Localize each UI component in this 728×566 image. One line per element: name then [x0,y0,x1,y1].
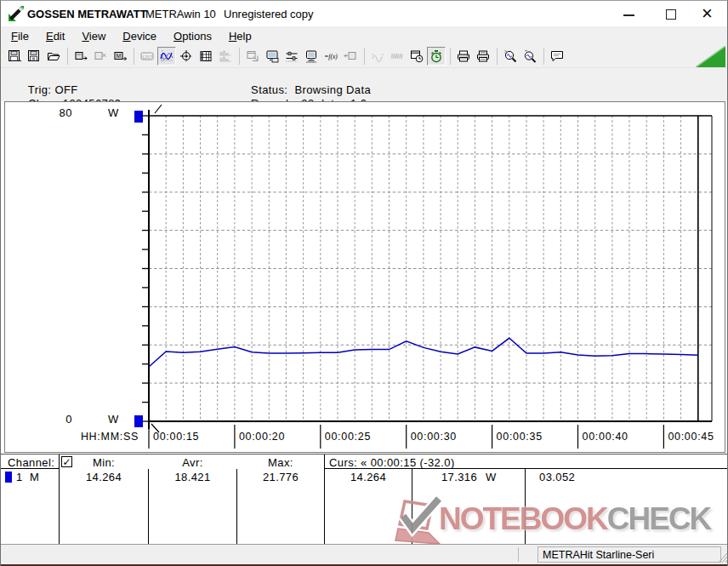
y-axis-unit-top: W [108,106,119,119]
zoom-vertical-button[interactable] [520,47,539,66]
time-label: 00:00:35 [497,431,543,443]
divider [324,468,728,469]
zoom-horizontal-button[interactable] [501,47,520,66]
divider [525,469,526,544]
toolbar-separator [497,48,498,65]
printer-icon [457,49,470,63]
license-note: Unregistered copy [224,8,314,20]
menu-item-options[interactable]: Options [170,29,215,43]
box-x-icon [94,49,107,63]
divider [518,547,519,562]
cursor-display-button[interactable] [177,47,196,66]
toolbar-green-triangle-icon [696,46,725,67]
seg7-icon: 1257 [140,49,154,63]
bars-icon [219,49,232,63]
zoomwave-icon [503,49,517,63]
curve-display-button[interactable] [157,47,176,66]
watch-icon [429,49,443,63]
box-m-icon: M [113,49,127,63]
channel-column-header: Channel: [8,456,54,469]
device-name: METRAHit Starline-Seri [543,549,654,561]
menu-item-device[interactable]: Device [119,29,160,43]
table-display-button[interactable] [196,47,215,66]
printer2-icon [476,49,490,63]
svg-text:M: M [117,53,121,59]
crosshair-icon [179,49,193,63]
zoomwave2-icon [523,49,537,63]
menu-bar: FileEditViewDeviceOptionsHelp [1,26,728,45]
divider [1,468,59,469]
window-arrange-button [243,47,262,66]
sliders-icon [285,49,299,63]
monitor-icon [304,49,318,63]
pcdisk-icon [265,49,279,63]
print-button[interactable] [454,47,473,66]
acquisition-info-panel: Trig: OFF Chan: 123456789 Status: Browsi… [1,68,728,101]
toolbar-separator [67,48,68,65]
cursor-left-value: 14.264 [325,471,412,483]
print-preview-button[interactable] [474,47,492,66]
svg-text:1257: 1257 [141,54,152,60]
time-label: 00:00:15 [153,431,199,443]
menu-item-file[interactable]: File [8,29,32,43]
cursor-column-header: Curs: « 00:00:15 (-32.0) [329,456,455,469]
trigger-continuous-button [388,47,407,66]
device-send-button[interactable] [71,47,90,66]
boxleft-icon [344,49,357,63]
avr-value: 18.421 [149,471,236,483]
device-clear-button [91,47,110,66]
minimize-icon[interactable] [623,14,634,16]
y-axis-max-label: 80 [45,106,72,119]
device-memory-button[interactable]: M [111,47,129,66]
monitor-button[interactable] [302,47,321,66]
app-version: METRAwin 10 [145,8,216,20]
bubble-icon [550,49,564,63]
open-button[interactable] [44,47,63,66]
toolbar-separator [239,48,240,65]
svg-text:=f(x): =f(x) [324,53,338,60]
formula-button[interactable]: =f(x) [321,47,340,66]
close-icon[interactable]: × [702,3,713,25]
time-label: 00:00:20 [239,431,285,443]
clockwin-icon [410,49,424,63]
winarrow-icon [246,49,259,63]
y-axis-unit-bottom: W [108,413,119,426]
pc-record-button[interactable] [263,47,282,66]
timer-button[interactable] [407,47,426,66]
chart-panel[interactable] [4,101,725,453]
device-status-panel: METRAHit Starline-Seri [537,546,721,563]
power-chart[interactable] [5,102,725,452]
min-value: 14.264 [60,471,148,483]
maximize-icon[interactable] [666,9,676,20]
status-bar: METRAHit Starline-Seri [1,544,728,564]
toolbar-separator [450,48,451,65]
save-button[interactable] [5,47,24,66]
cursor-diff-value: 03.052 [539,471,575,483]
wave2-icon [390,49,404,63]
menu-item-view[interactable]: View [78,29,109,43]
waves-icon [160,49,173,63]
save-as-button[interactable] [25,47,43,66]
menu-item-help[interactable]: Help [225,29,255,43]
avr-column-header: Avr: [149,456,236,469]
histogram-display-button [216,47,235,66]
floppy2-icon [27,49,41,63]
y-axis-min-label: 0 [45,413,72,426]
notes-button[interactable] [548,47,566,66]
x-axis-format-label: HH:MM:SS [67,431,139,443]
channel-config-button[interactable] [282,47,301,66]
menu-item-edit[interactable]: Edit [43,29,68,43]
max-column-header: Max: [237,456,324,469]
app-logo-icon [8,5,25,22]
divider [324,455,325,544]
divider [59,455,60,544]
min-column-header: Min: [60,456,148,469]
time-label: 00:00:30 [411,431,457,443]
toolbar: M1257=f(x) [1,45,728,68]
app-name: GOSSEN METRAWATT [27,8,147,20]
max-value: 21.776 [237,471,324,483]
digital-display-button: 1257 [138,47,156,66]
channel-number: 1 [16,471,23,483]
live-watch-button[interactable] [427,47,446,66]
device-read-button [341,47,360,66]
